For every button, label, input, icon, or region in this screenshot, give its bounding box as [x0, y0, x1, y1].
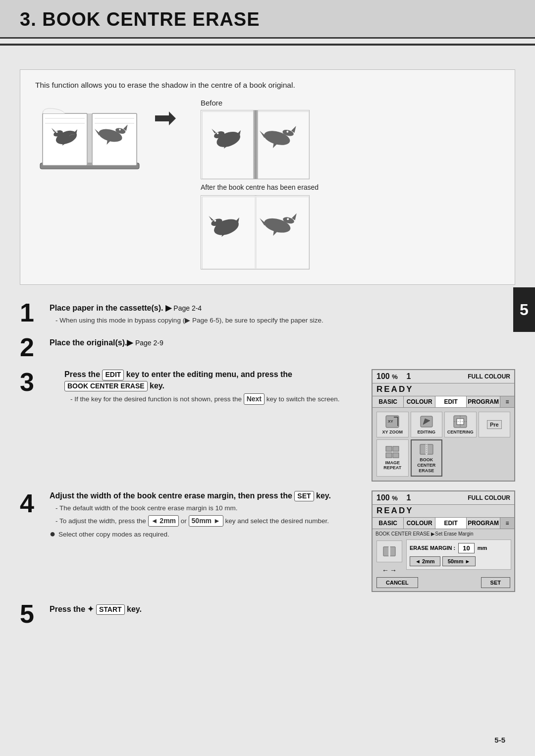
step-4-number: 4: [20, 490, 50, 516]
step-4-title: Adjust the width of the book centre eras…: [50, 490, 362, 502]
svg-point-34: [287, 218, 289, 220]
header-divider: [0, 44, 535, 46]
erase-value: 10: [458, 543, 474, 553]
ui-panel-1-percentage: 100 % 1: [376, 372, 411, 381]
svg-rect-7: [87, 113, 92, 165]
page-footer: 5-5: [494, 736, 505, 744]
tab-colour[interactable]: COLOUR: [404, 396, 435, 407]
arrow-left-small: ←: [382, 566, 389, 574]
tab-basic[interactable]: BASIC: [373, 396, 404, 407]
ui-panel-2-book-icon: [376, 540, 402, 562]
step-4-bold: Adjust the width of the book centre eras…: [50, 491, 331, 500]
svg-rect-52: [383, 546, 389, 556]
section-number: 3.: [20, 9, 37, 30]
arrows-box: ← →: [382, 566, 397, 574]
2mm-key: ◄ 2mm: [148, 515, 179, 527]
btn-set[interactable]: SET: [481, 577, 510, 588]
icon-book-center-erase-label: BOOK CENTER ERASE: [413, 457, 441, 473]
step-4-bullet: ● Select other copy modes as required.: [50, 530, 362, 540]
ui-panel-1-colour: FULL COLOUR: [468, 373, 510, 380]
step-2-content: Place the original(s).▶ Page 2-9: [50, 334, 515, 350]
step-2-title: Place the original(s).▶ Page 2-9: [50, 337, 515, 348]
ui-panel-1: 100 % 1 FULL COLOUR READY BASIC COLOUR E…: [372, 369, 515, 481]
ui-panel-2-ready: READY: [373, 505, 514, 518]
ui-panel-2-content: BOOK CENTER ERASE ▶Set Erase Margin: [373, 529, 514, 591]
step-1-content: Place paper in the cassette(s). ▶ Page 2…: [50, 300, 515, 326]
step-2-page-ref: Page 2-9: [135, 339, 163, 347]
svg-rect-47: [393, 453, 399, 458]
after-label: After the book centre has been erased: [201, 183, 319, 191]
page-title-text: BOOK CENTRE ERASE: [42, 9, 260, 30]
tab-program[interactable]: PROGRAM: [467, 396, 500, 407]
page-number: 5-5: [494, 736, 505, 744]
tab-basic-2[interactable]: BASIC: [373, 518, 404, 529]
step-5-bold: Press the ✦ START key.: [50, 605, 142, 613]
intro-box: This function allows you to erase the sh…: [20, 69, 515, 285]
bullet-dot: ●: [50, 529, 55, 539]
book-center-erase-key: BOOK CENTER ERASE: [64, 381, 148, 392]
icon-image-repeat[interactable]: IMAGE REPEAT: [376, 439, 409, 476]
tab-colour-2[interactable]: COLOUR: [404, 518, 435, 529]
step-1-title-bold: Place paper in the cassette(s). ▶: [50, 304, 171, 312]
book-open-illustration: [35, 99, 144, 183]
ui-panel-1-tabs: BASIC COLOUR EDIT PROGRAM ≡: [373, 396, 514, 408]
svg-text:XY: XY: [388, 419, 393, 424]
next-key: Next: [244, 393, 265, 405]
step-3-content: Press the EDIT key to enter the editing …: [64, 369, 362, 405]
svg-rect-45: [393, 446, 399, 451]
svg-rect-53: [390, 546, 395, 556]
pre-box: Pre: [487, 420, 502, 429]
step-2: 2 Place the original(s).▶ Page 2-9: [20, 334, 515, 360]
ui-panel-2: 100 % 1 FULL COLOUR READY BASIC COLOUR E…: [372, 490, 515, 592]
ui-panel-2-bottom-buttons: CANCEL SET: [375, 577, 511, 588]
before-label: Before: [201, 99, 222, 107]
svg-point-10: [56, 131, 57, 132]
step-3-number: 3: [20, 369, 50, 395]
intro-text: This function allows you to erase the sh…: [35, 81, 500, 90]
ui-panel-2-percentage: 100 % 1: [376, 493, 411, 502]
tab-edit[interactable]: EDIT: [435, 396, 467, 407]
erase-buttons: ◄ 2mm 50mm ►: [410, 556, 508, 566]
step-5: 5 Press the ✦ START key.: [20, 601, 515, 627]
svg-point-24: [286, 130, 288, 132]
icon-pre[interactable]: Pre: [479, 412, 511, 437]
icon-centering[interactable]: CENTERING: [444, 412, 477, 437]
step-1: 1 Place paper in the cassette(s). ▶ Page…: [20, 300, 515, 326]
svg-rect-17: [257, 111, 309, 179]
side-tab: 5: [513, 287, 535, 332]
svg-point-31: [214, 219, 216, 221]
tab-edit-2[interactable]: EDIT: [435, 518, 467, 529]
side-tab-number: 5: [520, 301, 529, 319]
icon-xy-zoom[interactable]: XY XY ZOOM: [376, 412, 409, 437]
step-4-note-1: The default width of the book centre era…: [55, 503, 362, 513]
ui-panel-2-controls: ERASE MARGIN : 10 mm ◄ 2mm 50mm ►: [406, 540, 511, 570]
before-image: [201, 110, 310, 179]
start-key: START: [96, 604, 125, 615]
step-4-inner: Adjust the width of the book centre eras…: [50, 490, 515, 592]
step-2-title-bold: Place the original(s).▶: [50, 338, 133, 347]
after-svg: [201, 196, 310, 270]
ui-panel-2-icon-area: ← →: [375, 540, 403, 574]
set-key: SET: [294, 491, 314, 502]
step-1-number: 1: [20, 300, 50, 325]
ui-panel-1-ready-text: READY: [376, 384, 414, 394]
ui-panel-2-book-svg: [382, 545, 397, 558]
step-5-number: 5: [20, 601, 50, 627]
btn-2mm[interactable]: ◄ 2mm: [410, 556, 440, 566]
icon-editing[interactable]: EDITING: [411, 412, 443, 437]
icon-book-center-erase[interactable]: BOOK CENTER ERASE: [411, 439, 443, 476]
ui-panel-2-colour: FULL COLOUR: [468, 494, 510, 501]
ui-panel-2-ready-text: READY: [376, 506, 414, 515]
ui-panel-2-tabs: BASIC COLOUR EDIT PROGRAM ≡: [373, 518, 514, 529]
book-center-erase-svg: [419, 442, 434, 456]
tab-program-2[interactable]: PROGRAM: [467, 518, 500, 529]
ui-panel-1-ready: READY: [373, 383, 514, 396]
tab-extra[interactable]: ≡: [500, 396, 514, 407]
tab-extra-2[interactable]: ≡: [500, 518, 514, 529]
btn-50mm[interactable]: 50mm ►: [442, 556, 476, 566]
svg-rect-18: [253, 110, 258, 179]
btn-cancel[interactable]: CANCEL: [376, 577, 418, 588]
erase-margin-label: ERASE MARGIN :: [410, 545, 455, 551]
step-4-note-2: To adjust the width, press the ◄ 2mm or …: [55, 515, 362, 527]
step-4-content: Adjust the width of the book centre eras…: [50, 490, 362, 540]
